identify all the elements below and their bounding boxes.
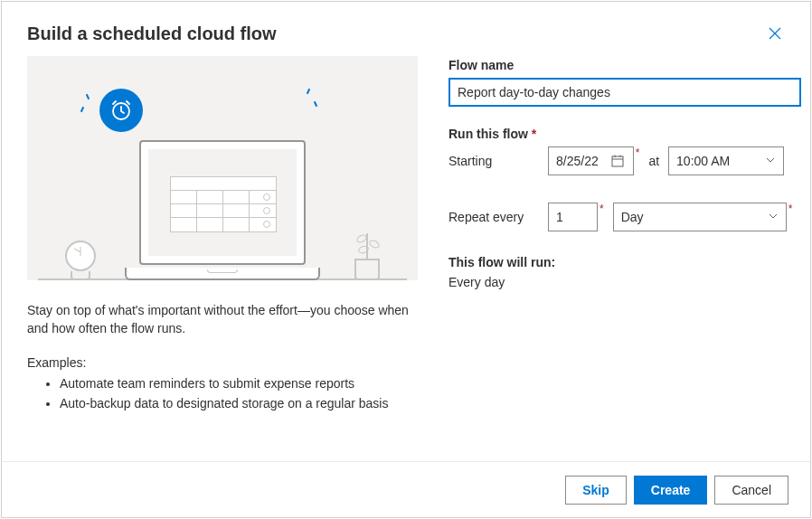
at-label: at xyxy=(648,154,659,168)
repeat-every-label: Repeat every xyxy=(448,210,548,224)
run-this-flow-label: Run this flow * xyxy=(448,127,801,141)
left-column: Stay on top of what's important without … xyxy=(27,56,418,461)
svg-rect-1 xyxy=(612,156,623,166)
calendar-icon xyxy=(609,153,626,169)
examples-list: Automate team reminders to submit expens… xyxy=(27,375,418,412)
dialog-content: Stay on top of what's important without … xyxy=(2,47,810,461)
right-column: Flow name Run this flow * Starting 8/25/… xyxy=(448,56,801,461)
close-button[interactable] xyxy=(765,24,785,47)
flow-description: Stay on top of what's important without … xyxy=(27,302,418,337)
dialog-header: Build a scheduled cloud flow xyxy=(2,2,810,47)
starting-row: Starting 8/25/22 * at 10:00 AM xyxy=(448,146,801,175)
starting-label: Starting xyxy=(448,154,548,168)
chevron-down-icon xyxy=(768,209,779,225)
repeat-row: Repeat every * Day * xyxy=(448,203,801,231)
alarm-clock-icon xyxy=(99,89,143,132)
example-item: Automate team reminders to submit expens… xyxy=(60,375,418,393)
summary-label: This flow will run: xyxy=(448,255,801,269)
cancel-button[interactable]: Cancel xyxy=(714,476,788,505)
example-item: Auto-backup data to designated storage o… xyxy=(60,395,418,413)
examples-heading: Examples: xyxy=(27,355,418,370)
dialog-footer: Skip Create Cancel xyxy=(2,461,810,517)
skip-button[interactable]: Skip xyxy=(565,476,627,505)
illustration xyxy=(27,56,418,280)
close-icon xyxy=(769,27,781,40)
repeat-count-input[interactable] xyxy=(548,203,598,231)
repeat-unit-value: Day xyxy=(621,210,644,224)
start-date-value: 8/25/22 xyxy=(556,154,599,168)
scheduled-flow-dialog: Build a scheduled cloud flow xyxy=(1,1,811,518)
dialog-title: Build a scheduled cloud flow xyxy=(27,24,277,44)
repeat-unit-dropdown[interactable]: Day xyxy=(613,203,787,231)
create-button[interactable]: Create xyxy=(634,476,708,505)
start-time-value: 10:00 AM xyxy=(676,154,730,168)
flow-name-label: Flow name xyxy=(448,58,801,72)
flow-name-input[interactable] xyxy=(448,78,801,107)
start-time-dropdown[interactable]: 10:00 AM xyxy=(668,146,784,175)
chevron-down-icon xyxy=(765,153,776,169)
summary-value: Every day xyxy=(448,275,801,289)
start-date-picker[interactable]: 8/25/22 xyxy=(548,146,634,175)
